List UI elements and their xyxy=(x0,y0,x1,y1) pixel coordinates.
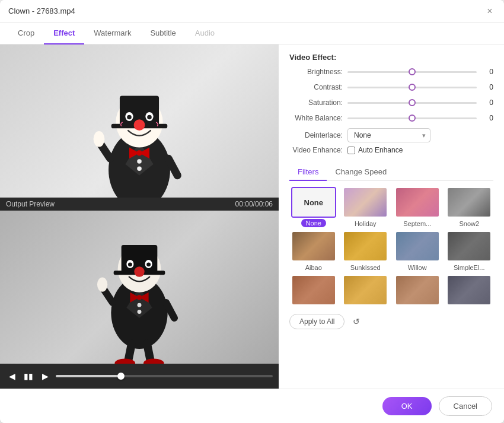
timestamp: 00:00/00:06 xyxy=(235,200,273,208)
svg-point-29 xyxy=(137,295,142,300)
filter-thumb-r4 xyxy=(446,275,492,306)
bottom-preview xyxy=(0,211,279,364)
filter-thumb-none: None xyxy=(291,187,336,218)
filters-tab-bar: Filters Change Speed xyxy=(289,164,493,181)
white-balance-label: White Balance: xyxy=(289,114,343,122)
filter-name-snow2: Snow2 xyxy=(459,220,479,227)
svg-point-7 xyxy=(137,167,142,171)
brightness-value: 0 xyxy=(481,68,493,76)
playback-bar: ◀ ▮▮ ▶ xyxy=(0,364,279,389)
white-balance-row: White Balance: 0 xyxy=(289,113,493,123)
contrast-slider[interactable] xyxy=(347,87,477,88)
filter-name-sunkissed: Sunkissed xyxy=(350,264,381,271)
saturation-value: 0 xyxy=(481,98,493,107)
progress-fill xyxy=(56,375,121,377)
bottom-bar: OK Cancel xyxy=(0,389,504,423)
filter-name-holiday: Holiday xyxy=(355,220,377,227)
filter-r4[interactable] xyxy=(445,275,494,308)
filter-snow2[interactable]: Snow2 xyxy=(445,187,494,227)
filter-r2[interactable] xyxy=(342,275,390,308)
deinterlace-select-wrapper: None Blend Mean Bob xyxy=(347,128,430,142)
filter-willow[interactable]: Willow xyxy=(393,231,442,271)
bottom-preview-image xyxy=(0,211,279,364)
tab-filters[interactable]: Filters xyxy=(289,164,327,181)
filter-thumb-willow xyxy=(395,231,440,262)
video-effects-section: Video Effect: Brightness: 0 Contrast: 0 xyxy=(289,53,493,158)
svg-point-39 xyxy=(146,262,151,266)
filters-section: Filters Change Speed None None xyxy=(289,164,493,329)
brightness-row: Brightness: 0 xyxy=(289,66,493,77)
tab-subtitle[interactable]: Subtitle xyxy=(141,23,185,44)
tab-crop[interactable]: Crop xyxy=(8,23,44,44)
ok-button[interactable]: OK xyxy=(382,397,432,415)
refresh-button[interactable]: ↺ xyxy=(349,314,363,329)
filter-none[interactable]: None None xyxy=(289,187,338,227)
filter-thumb-r1 xyxy=(291,275,336,306)
output-label: Output Preview xyxy=(6,200,55,208)
svg-point-6 xyxy=(137,159,142,164)
brightness-slider-container xyxy=(347,66,477,77)
cancel-button[interactable]: Cancel xyxy=(439,396,492,416)
white-balance-value: 0 xyxy=(481,114,493,122)
filter-r1[interactable] xyxy=(289,275,338,308)
filter-badge-none: None xyxy=(301,219,326,227)
tab-change-speed[interactable]: Change Speed xyxy=(327,164,395,181)
video-effect-title: Video Effect: xyxy=(289,53,493,62)
contrast-value: 0 xyxy=(481,83,493,91)
auto-enhance-text: Auto Enhance xyxy=(358,146,403,154)
svg-point-11 xyxy=(134,119,145,131)
contrast-label: Contrast: xyxy=(289,83,343,91)
auto-enhance-label[interactable]: Auto Enhance xyxy=(347,146,403,154)
clown-figure-top xyxy=(89,56,190,198)
filter-sunkissed[interactable]: Sunkissed xyxy=(342,231,390,271)
filter-thumb-r3 xyxy=(395,275,440,306)
filter-thumb-simpleel xyxy=(446,231,492,262)
tab-watermark[interactable]: Watermark xyxy=(84,23,141,44)
filter-name-simpleel: SimpleEl... xyxy=(454,264,485,271)
filter-aibao[interactable]: Aibao xyxy=(289,231,338,271)
tab-bar: Crop Effect Watermark Subtitle Audio xyxy=(0,23,504,44)
apply-to-all-button[interactable]: Apply to All xyxy=(289,314,344,329)
top-preview xyxy=(0,44,279,198)
pause-button[interactable]: ▮▮ xyxy=(23,370,34,382)
brightness-label: Brightness: xyxy=(289,68,343,76)
svg-rect-18 xyxy=(94,135,100,144)
svg-rect-42 xyxy=(98,281,103,290)
main-dialog: Clown - 27683.mp4 × Crop Effect Watermar… xyxy=(0,0,504,423)
left-panel: Output Preview 00:00/00:06 xyxy=(0,44,279,389)
saturation-row: Saturation: 0 xyxy=(289,97,493,108)
enhance-row: Video Enhance: Auto Enhance xyxy=(289,146,493,154)
svg-point-37 xyxy=(128,262,132,266)
filter-simpleel[interactable]: SimpleEl... xyxy=(445,231,494,271)
white-balance-slider-container xyxy=(347,113,477,123)
tab-effect[interactable]: Effect xyxy=(44,23,84,44)
top-preview-image xyxy=(0,44,279,198)
filter-september[interactable]: Septem... xyxy=(393,187,442,227)
contrast-slider-container xyxy=(347,82,477,93)
enhance-label: Video Enhance: xyxy=(289,146,343,154)
progress-bar[interactable] xyxy=(56,375,273,377)
filter-none-text: None xyxy=(304,198,324,207)
right-panel: Video Effect: Brightness: 0 Contrast: 0 xyxy=(279,44,504,389)
filter-name-aibao: Aibao xyxy=(305,264,322,271)
deinterlace-select[interactable]: None Blend Mean Bob xyxy=(347,128,430,142)
white-balance-slider[interactable] xyxy=(347,117,477,119)
filter-thumb-september xyxy=(395,187,440,218)
svg-point-31 xyxy=(138,310,142,314)
auto-enhance-checkbox[interactable] xyxy=(347,147,355,154)
dialog-title: Clown - 27683.mp4 xyxy=(8,7,75,15)
filter-r3[interactable] xyxy=(393,275,442,308)
deinterlace-label: Deinterlace: xyxy=(289,131,343,139)
brightness-slider[interactable] xyxy=(347,71,477,73)
filter-name-willow: Willow xyxy=(408,264,427,271)
title-bar: Clown - 27683.mp4 × xyxy=(0,0,504,23)
close-button[interactable]: × xyxy=(484,5,496,17)
filter-holiday[interactable]: Holiday xyxy=(342,187,390,227)
filter-thumb-snow2 xyxy=(446,187,492,218)
next-button[interactable]: ▶ xyxy=(39,370,51,382)
filter-thumb-aibao xyxy=(291,231,336,262)
main-content: Output Preview 00:00/00:06 xyxy=(0,44,504,389)
saturation-slider[interactable] xyxy=(347,102,477,104)
prev-button[interactable]: ◀ xyxy=(6,370,18,382)
filter-thumb-sunkissed xyxy=(343,231,388,262)
